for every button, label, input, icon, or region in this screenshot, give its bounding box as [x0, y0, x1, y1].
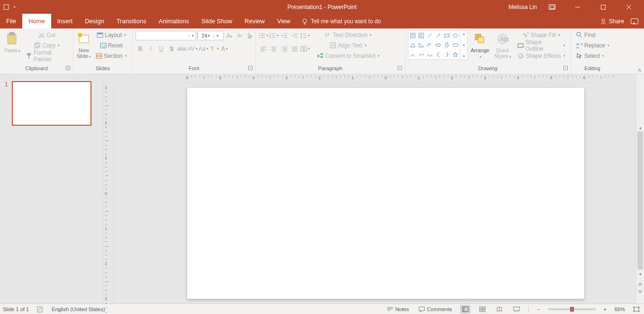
- bullets-button[interactable]: ▾: [259, 31, 268, 40]
- reset-button[interactable]: Reset: [93, 41, 129, 50]
- shape-fill-button[interactable]: Shape Fill▾: [515, 30, 568, 40]
- shape-effects-button[interactable]: Shape Effects▾: [515, 51, 568, 61]
- align-center-button[interactable]: [269, 44, 279, 54]
- align-left-button[interactable]: [259, 44, 268, 54]
- tab-transitions[interactable]: Transitions: [110, 14, 153, 28]
- arrow-down-shape-icon[interactable]: [443, 40, 451, 50]
- find-button[interactable]: Find: [574, 30, 598, 40]
- shapes-scroll[interactable]: ▴▾▾: [460, 31, 467, 59]
- font-launcher-icon[interactable]: [248, 66, 254, 71]
- wave-shape-icon[interactable]: [426, 50, 434, 59]
- close-button[interactable]: [618, 0, 639, 14]
- zoom-percent[interactable]: 66%: [615, 306, 625, 312]
- scrollbar-thumb[interactable]: [637, 131, 643, 269]
- shadow-button[interactable]: S: [167, 44, 176, 54]
- tab-home[interactable]: Home: [22, 14, 51, 28]
- zoom-slider-thumb[interactable]: [570, 307, 574, 312]
- quick-styles-button[interactable]: Abc Quick Styles▾: [492, 30, 513, 60]
- font-name-combo[interactable]: ▾: [136, 31, 196, 40]
- font-color-button[interactable]: A▾: [220, 44, 229, 54]
- numbering-button[interactable]: 123▾: [269, 31, 279, 40]
- textbox-shape-icon[interactable]: [408, 31, 417, 40]
- align-text-button[interactable]: Align Text▾: [315, 41, 382, 50]
- select-button[interactable]: Select▾: [574, 51, 607, 61]
- roundrect-shape-icon[interactable]: [451, 40, 460, 50]
- arrow-shape-icon[interactable]: [434, 31, 443, 40]
- zoom-out-button[interactable]: −: [535, 306, 541, 312]
- brace-left-shape-icon[interactable]: [434, 50, 443, 59]
- user-name[interactable]: Melissa Lin: [508, 4, 537, 10]
- copy-button[interactable]: Copy▾: [24, 41, 70, 50]
- change-case-button[interactable]: Aa▾: [199, 44, 209, 54]
- clear-formatting-button[interactable]: A: [245, 31, 255, 40]
- section-button[interactable]: Section▾: [93, 51, 129, 61]
- normal-view-button[interactable]: [460, 305, 471, 314]
- strikethrough-button[interactable]: abc: [177, 44, 187, 54]
- clipboard-launcher-icon[interactable]: [66, 66, 71, 71]
- tab-file[interactable]: File: [0, 14, 22, 28]
- slideshow-view-button[interactable]: [511, 305, 522, 314]
- notes-button[interactable]: Notes: [385, 306, 410, 312]
- justify-button[interactable]: [290, 44, 299, 54]
- layout-button[interactable]: Layout▾: [93, 30, 129, 40]
- line-spacing-button[interactable]: ▾: [300, 31, 310, 40]
- maximize-button[interactable]: [593, 0, 614, 14]
- arrange-button[interactable]: Arrange▾: [470, 30, 490, 60]
- tab-review[interactable]: Review: [238, 14, 271, 28]
- comments-icon[interactable]: [631, 18, 638, 24]
- format-painter-button[interactable]: Format Painter: [24, 51, 70, 61]
- tab-slideshow[interactable]: Slide Show: [195, 14, 238, 28]
- reading-view-button[interactable]: [494, 305, 505, 314]
- comments-button[interactable]: Comments: [417, 306, 454, 312]
- font-size-combo[interactable]: 24+ ▾: [197, 31, 224, 40]
- tab-animations[interactable]: Animations: [153, 14, 195, 28]
- scroll-up-icon[interactable]: ▴: [636, 124, 644, 131]
- slide-thumbnail[interactable]: [12, 81, 91, 126]
- share-button[interactable]: Share: [600, 18, 624, 25]
- autosave-icon[interactable]: [3, 4, 9, 10]
- char-spacing-button[interactable]: AV▾: [188, 44, 198, 54]
- tab-design[interactable]: Design: [79, 14, 110, 28]
- chevron-down-icon[interactable]: ▾: [214, 34, 220, 38]
- drawing-launcher-icon[interactable]: [563, 66, 569, 71]
- cut-button[interactable]: Cut: [24, 30, 70, 40]
- vert-textbox-shape-icon[interactable]: [417, 31, 426, 40]
- align-right-button[interactable]: [280, 44, 289, 54]
- next-slide-button[interactable]: [636, 288, 644, 296]
- language-status[interactable]: English (United States): [52, 306, 105, 312]
- minimize-button[interactable]: [567, 0, 588, 14]
- qat-caret-icon[interactable]: ▾: [11, 4, 18, 10]
- line-shape-icon[interactable]: [426, 31, 434, 40]
- italic-button[interactable]: I: [146, 44, 155, 54]
- decrease-indent-button[interactable]: [280, 31, 289, 40]
- slide-count-status[interactable]: Slide 1 of 1: [3, 306, 29, 312]
- tab-insert[interactable]: Insert: [51, 14, 79, 28]
- bold-button[interactable]: B: [136, 44, 145, 54]
- increase-font-button[interactable]: A▴: [225, 31, 234, 40]
- chevron-down-icon[interactable]: ▾: [189, 34, 196, 38]
- elbow-arrow-shape-icon[interactable]: [426, 40, 434, 50]
- slide-thumbnail-pane[interactable]: 1: [0, 74, 103, 304]
- slide-stage[interactable]: [114, 83, 636, 304]
- new-slide-button[interactable]: New Slide▾: [76, 30, 91, 60]
- curve-shape-icon[interactable]: [417, 50, 426, 59]
- decrease-font-button[interactable]: A▾: [235, 31, 245, 40]
- tell-me-search[interactable]: Tell me what you want to do: [297, 14, 386, 28]
- sorter-view-button[interactable]: [477, 305, 488, 314]
- collapse-ribbon-button[interactable]: ᐱ: [638, 68, 641, 73]
- smartart-button[interactable]: Convert to SmartArt▾: [315, 51, 382, 61]
- triangle-shape-icon[interactable]: [408, 40, 417, 50]
- rectangle-shape-icon[interactable]: [443, 31, 451, 40]
- star-shape-icon[interactable]: [451, 50, 460, 59]
- spellcheck-status[interactable]: [36, 306, 45, 313]
- right-triangle-shape-icon[interactable]: [417, 40, 426, 50]
- text-direction-button[interactable]: ||A Text Direction▾: [315, 30, 382, 40]
- highlight-button[interactable]: ▾: [209, 44, 219, 54]
- paragraph-launcher-icon[interactable]: [398, 66, 403, 71]
- paste-button[interactable]: Paste▾: [3, 30, 22, 54]
- zoom-slider[interactable]: [548, 308, 596, 310]
- tab-view[interactable]: View: [271, 14, 297, 28]
- slide-thumbnail-1[interactable]: 1: [5, 81, 98, 126]
- arc-shape-icon[interactable]: [408, 50, 417, 59]
- increase-indent-button[interactable]: [290, 31, 299, 40]
